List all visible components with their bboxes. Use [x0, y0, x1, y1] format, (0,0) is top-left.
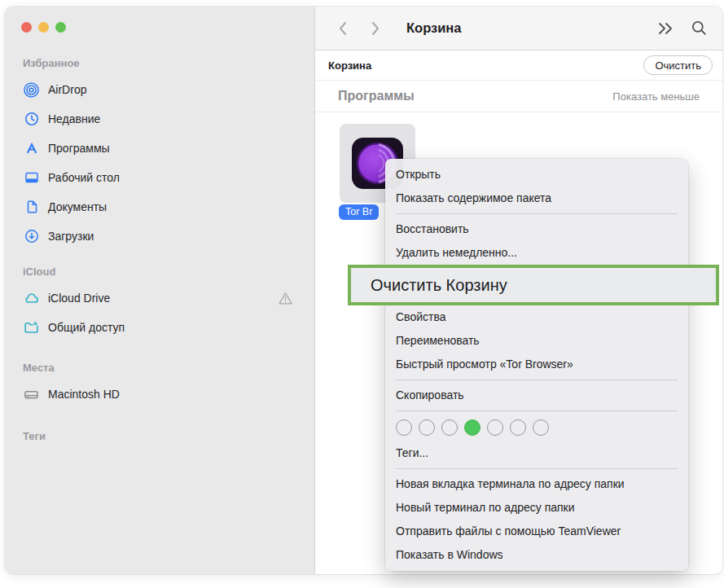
- warning-icon: [278, 291, 293, 306]
- back-button[interactable]: [333, 17, 353, 40]
- sidebar-item-label: Загрузки: [48, 230, 94, 243]
- sidebar-item-label: Общий доступ: [48, 321, 125, 334]
- window-title: Корзина: [406, 20, 462, 36]
- menu-separator: [396, 410, 678, 411]
- location-label: Корзина: [328, 59, 371, 72]
- toolbar: Корзина: [315, 7, 722, 50]
- downloads-icon: [23, 228, 40, 244]
- location-bar: Корзина Очистить: [315, 50, 722, 81]
- forward-button[interactable]: [366, 17, 385, 40]
- sidebar-section-locations: Места Macintosh HD: [18, 357, 305, 409]
- sidebar-item-documents[interactable]: Документы: [18, 192, 305, 222]
- tag-dot[interactable]: [533, 419, 549, 436]
- file-name-badge: Tor Br: [339, 204, 379, 220]
- sidebar-section-tags: Теги: [18, 425, 305, 448]
- zoom-window-button[interactable]: [55, 22, 66, 33]
- close-window-button[interactable]: [21, 22, 32, 33]
- menu-item-get-info[interactable]: Свойства: [385, 305, 688, 329]
- sidebar: Избранное AirDrop Недавние: [5, 7, 315, 574]
- airdrop-icon: [23, 81, 40, 98]
- sidebar-item-label: Документы: [48, 200, 107, 213]
- sidebar-section-favorites: Избранное AirDrop Недавние: [18, 52, 305, 251]
- menu-item-show-package-contents[interactable]: Показать содержимое пакета: [385, 186, 688, 210]
- traffic-lights: [21, 22, 66, 33]
- menu-item-send-teamviewer[interactable]: Отправить файлы с помощью TeamViewer: [385, 520, 688, 543]
- sidebar-item-icloud-drive[interactable]: iCloud Drive: [18, 283, 305, 313]
- sidebar-item-label: Macintosh HD: [48, 388, 120, 401]
- sidebar-item-shared[interactable]: Общий доступ: [18, 313, 305, 342]
- tag-dot[interactable]: [419, 419, 435, 436]
- menu-separator: [396, 380, 678, 380]
- menu-item-put-back[interactable]: Восстановить: [385, 217, 688, 241]
- finder-window: Избранное AirDrop Недавние: [5, 7, 722, 574]
- menu-item-delete-immediately[interactable]: Удалить немедленно...: [385, 241, 688, 265]
- applications-icon: [23, 140, 40, 156]
- tag-dot[interactable]: [396, 419, 412, 436]
- tag-color-dots: [385, 415, 688, 441]
- sidebar-item-applications[interactable]: Программы: [18, 134, 305, 163]
- menu-item-quick-look[interactable]: Быстрый просмотр «Tor Browser»: [385, 353, 688, 376]
- sidebar-section-label: Избранное: [18, 52, 305, 75]
- minimize-window-button[interactable]: [38, 22, 49, 33]
- sidebar-section-label: iCloud: [18, 261, 305, 283]
- tag-dot[interactable]: [510, 419, 526, 436]
- context-menu: Открыть Показать содержимое пакета Восст…: [385, 159, 688, 571]
- hard-drive-icon: [23, 386, 40, 402]
- menu-item-tags[interactable]: Теги...: [385, 441, 688, 465]
- sidebar-item-airdrop[interactable]: AirDrop: [18, 75, 305, 104]
- clock-icon: [23, 111, 40, 127]
- menu-item-show-in-windows[interactable]: Показать в Windows: [385, 543, 688, 567]
- sidebar-nav: Избранное AirDrop Недавние: [18, 52, 305, 448]
- sidebar-item-label: AirDrop: [48, 83, 86, 96]
- more-toolbar-items-icon[interactable]: [656, 22, 674, 35]
- menu-item-new-terminal[interactable]: Новый терминал по адресу папки: [385, 496, 688, 520]
- sidebar-item-desktop[interactable]: Рабочий стол: [18, 163, 305, 192]
- menu-separator: [396, 213, 678, 214]
- tag-dot[interactable]: [487, 419, 503, 436]
- group-header: Программы Показать меньше: [315, 81, 722, 112]
- tag-dot[interactable]: [441, 419, 458, 436]
- sidebar-item-macintosh-hd[interactable]: Macintosh HD: [18, 380, 305, 409]
- menu-item-open[interactable]: Открыть: [385, 163, 688, 186]
- shared-folder-icon: [23, 319, 40, 336]
- sidebar-section-icloud: iCloud iCloud Drive: [18, 261, 305, 342]
- sidebar-item-label: Программы: [48, 142, 110, 155]
- menu-item-empty-trash-highlighted[interactable]: Очистить Корзину: [348, 265, 719, 305]
- empty-trash-button[interactable]: Очистить: [643, 55, 713, 75]
- sidebar-item-label: Недавние: [48, 112, 100, 125]
- menu-item-rename[interactable]: Переименовать: [385, 329, 688, 353]
- sidebar-section-label: Места: [18, 357, 305, 380]
- sidebar-item-recents[interactable]: Недавние: [18, 104, 305, 134]
- menu-item-new-terminal-tab[interactable]: Новая вкладка терминала по адресу папки: [385, 472, 688, 496]
- tag-dot-green[interactable]: [464, 419, 480, 436]
- sidebar-item-downloads[interactable]: Загрузки: [18, 222, 305, 251]
- desktop-icon: [23, 169, 40, 186]
- show-less-link[interactable]: Показать меньше: [612, 90, 700, 103]
- icloud-icon: [23, 290, 40, 306]
- sidebar-section-label: Теги: [18, 425, 305, 448]
- document-icon: [23, 199, 40, 215]
- group-title: Программы: [338, 89, 415, 103]
- sidebar-item-label: Рабочий стол: [48, 171, 120, 184]
- menu-separator: [396, 468, 678, 469]
- sidebar-item-label: iCloud Drive: [48, 292, 110, 305]
- search-icon[interactable]: [691, 20, 708, 37]
- menu-item-copy[interactable]: Скопировать: [385, 384, 688, 407]
